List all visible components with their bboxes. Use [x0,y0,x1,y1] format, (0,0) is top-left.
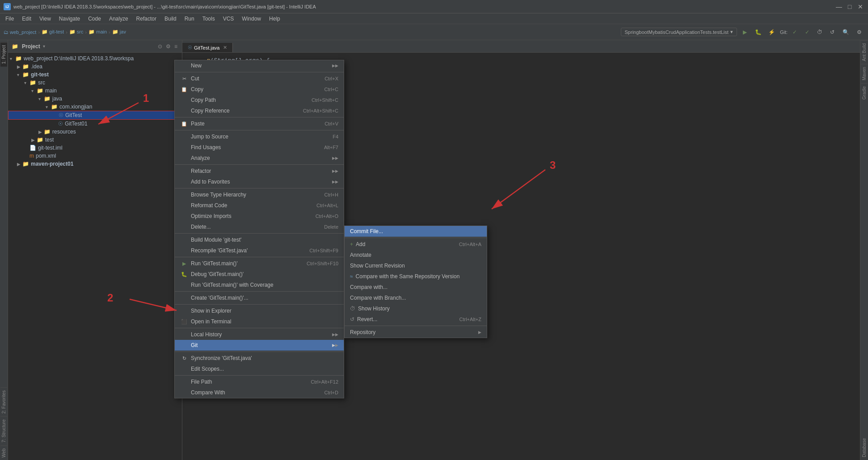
git-sub-add[interactable]: + Add Ctrl+Alt+A [345,239,487,250]
git-sub-repository[interactable]: Repository ▶ [345,327,487,338]
ctx-findusages[interactable]: Find Usages Alt+F7 [175,142,344,153]
tree-item-java[interactable]: ▾ 📁 java [8,95,182,103]
ctx-typehierarchy[interactable]: Browse Type Hierarchy Ctrl+H [175,189,344,200]
coverage-button[interactable]: ⚡ [767,27,777,38]
git-check2-button[interactable]: ✓ [802,27,813,38]
git-sub-comparewith[interactable]: Compare with... [345,282,487,293]
menu-code[interactable]: Code [84,15,105,23]
ctx-git[interactable]: Git ▶ [175,340,344,351]
ctx-buildmodule[interactable]: Build Module 'git-test' [175,234,344,245]
tree-item-comxiongjian[interactable]: ▾ 📁 com.xiongjian [8,103,182,111]
ctx-copyref[interactable]: Copy Reference Ctrl+Alt+Shift+C [175,105,344,116]
git-sub-revert[interactable]: ↺ Revert... Ctrl+Alt+Z [345,314,487,325]
tree-item-main[interactable]: ▾ 📁 main [8,87,182,95]
menu-run[interactable]: Run [181,15,198,23]
tree-item-maven[interactable]: ▶ 📁 maven-project01 [8,160,182,168]
ctx-recompile[interactable]: Recompile 'GitTest.java' Ctrl+Shift+F9 [175,245,344,256]
ctx-analyze[interactable]: Analyze ▶ [175,153,344,163]
right-tab-gradle[interactable]: Gradle [861,83,868,102]
ctx-cut[interactable]: ✂ Cut Ctrl+X [175,73,344,84]
breadcrumb-java[interactable]: 📁 jav [112,29,126,35]
editor-tab-gittest[interactable]: ☉ GitTest.java ✕ [182,43,233,52]
menu-refactor[interactable]: Refactor [133,15,160,23]
ctx-delete[interactable]: Delete... Delete [175,222,344,232]
git-history-button[interactable]: ⏱ [814,27,825,38]
panel-settings-icon[interactable]: ⚙ [165,42,172,50]
run-configuration[interactable]: SpringbootMybatisCrudApplicationTests.te… [621,28,737,36]
tree-item-test[interactable]: ▶ 📁 test [8,136,182,144]
tree-item-gittest[interactable]: ▾ 📁 git-test [8,71,182,79]
ctx-terminal[interactable]: ⬛ Open in Terminal [175,316,344,327]
ctx-copy[interactable]: 📋 Copy Ctrl+C [175,84,344,95]
ctx-localhistory[interactable]: Local History ▶ [175,329,344,340]
breadcrumb-main[interactable]: 📁 main [88,29,107,35]
git-check1-button[interactable]: ✓ [789,27,800,38]
right-tab-maven[interactable]: Maven [861,64,868,83]
tree-item-src[interactable]: ▾ 📁 src [8,79,182,87]
ctx-run[interactable]: ▶ Run 'GitTest.main()' Ctrl+Shift+F10 [175,258,344,269]
expand-arrow-icon: ▾ [10,56,14,61]
ctx-favorites[interactable]: Add to Favorites ▶ [175,176,344,187]
menu-analyze[interactable]: Analyze [105,15,132,23]
window-controls: — □ ✕ [835,3,864,11]
run-button[interactable]: ▶ [740,27,750,38]
git-sub-showhistory[interactable]: ⏱ Show History [345,303,487,314]
panel-locate-icon[interactable]: ⊙ [157,42,163,50]
left-tab-web[interactable]: Web [0,445,7,460]
ctx-optimize[interactable]: Optimize Imports Ctrl+Alt+O [175,211,344,222]
right-tab-antbuild[interactable]: Ant Build [861,40,868,64]
git-sub-annotate[interactable]: Annotate [345,250,487,260]
menu-view[interactable]: View [36,15,55,23]
ctx-new[interactable]: New ▶ [175,60,344,71]
settings-icon[interactable]: ⚙ [854,27,864,38]
git-sub-showcurrentrev[interactable]: Show Current Revision [345,260,487,271]
ctx-showinexplorer[interactable]: Show in Explorer [175,305,344,316]
menu-edit[interactable]: Edit [18,15,35,23]
menu-window[interactable]: Window [238,15,265,23]
git-sub-commitfile[interactable]: Commit File... [345,226,487,237]
tree-item-pom[interactable]: m pom.xml [8,152,182,160]
menu-build[interactable]: Build [161,15,180,23]
tree-item-gittest01[interactable]: ☉ GitTest01 [8,120,182,128]
ctx-refactor[interactable]: Refactor ▶ [175,166,344,176]
left-tab-favorites[interactable]: 2: Favorites [0,387,7,416]
close-button[interactable]: ✕ [856,3,864,11]
tree-item-gittest-class[interactable]: ☉ GitTest [8,111,182,120]
minimize-button[interactable]: — [835,3,843,11]
ctx-jumptosource[interactable]: Jump to Source F4 [175,131,344,142]
ctx-filepath[interactable]: File Path Ctrl+Alt+F12 [175,376,344,387]
breadcrumb-webproject[interactable]: 🗂 web_project [4,29,36,35]
close-icon[interactable]: ✕ [223,45,227,50]
maximize-button[interactable]: □ [846,3,854,11]
git-sub-comparesame[interactable]: ≈ Compare with the Same Repository Versi… [345,271,487,282]
menu-navigate[interactable]: Navigate [55,15,84,23]
right-tab-database[interactable]: Database [861,435,868,460]
ctx-comparewith[interactable]: Compare With Ctrl+D [175,387,344,398]
search-button[interactable]: 🔍 [840,27,851,38]
git-sub-comparebranch[interactable]: Compare with Branch... [345,293,487,303]
debug-button[interactable]: 🐛 [753,27,764,38]
tree-item-webproject[interactable]: ▾ 📁 web_project D:\IntelliJ IDEA 2018.3.… [8,54,182,63]
menu-help[interactable]: Help [265,15,284,23]
ctx-coverage[interactable]: Run 'GitTest.main()' with Coverage [175,280,344,290]
tree-label: web_project D:\IntelliJ IDEA 2018.3.5\wo… [24,55,134,62]
ctx-debug[interactable]: 🐛 Debug 'GitTest.main()' [175,269,344,280]
panel-expand-icon[interactable]: ≡ [173,42,178,50]
tree-item-idea[interactable]: ▶ 📁 .idea [8,63,182,71]
left-tab-project[interactable]: 1: Project [0,42,7,67]
ctx-reformat[interactable]: Reformat Code Ctrl+Alt+L [175,200,344,211]
ctx-create[interactable]: Create 'GitTest.main()'... [175,293,344,303]
menu-tools[interactable]: Tools [199,15,219,23]
left-tab-structure[interactable]: 7: Structure [0,416,7,445]
ctx-sync[interactable]: ↻ Synchronize 'GitTest.java' [175,353,344,364]
breadcrumb-gittest[interactable]: 📁 git-test [42,29,64,35]
tree-item-iml[interactable]: 📄 git-test.iml [8,144,182,152]
breadcrumb-src[interactable]: 📁 src [69,29,84,35]
ctx-editscopes[interactable]: Edit Scopes... [175,364,344,374]
tree-item-resources[interactable]: ▶ 📁 resources [8,128,182,136]
ctx-paste[interactable]: 📋 Paste Ctrl+V [175,118,344,129]
menu-file[interactable]: File [2,15,17,23]
git-revert-button[interactable]: ↺ [827,27,838,38]
menu-vcs[interactable]: VCS [219,15,238,23]
ctx-copypath[interactable]: Copy Path Ctrl+Shift+C [175,95,344,105]
